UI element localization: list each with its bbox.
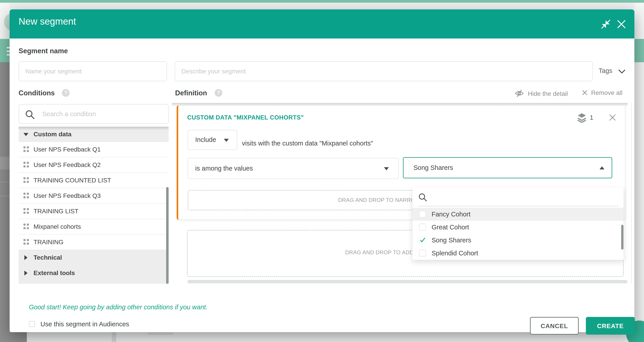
modal-title: New segment bbox=[18, 16, 76, 27]
background-sidebar-bottom bbox=[0, 332, 27, 342]
segment-name-input[interactable] bbox=[18, 61, 167, 81]
condition-sentence: visits with the custom data "Mixpanel co… bbox=[242, 140, 373, 147]
definition-hscrollbar[interactable] bbox=[188, 280, 628, 283]
background-scroll-tab bbox=[148, 332, 173, 335]
caret-up-icon bbox=[600, 166, 604, 169]
drag-handle-icon[interactable] bbox=[24, 146, 29, 152]
condition-group-technical[interactable]: Technical bbox=[18, 250, 168, 265]
value-search-input[interactable] bbox=[431, 191, 588, 203]
checkbox[interactable] bbox=[419, 250, 426, 256]
dropdown-option[interactable]: Fancy Cohort bbox=[412, 208, 624, 221]
drag-handle-icon[interactable] bbox=[24, 208, 29, 214]
minimize-icon[interactable] bbox=[601, 20, 610, 29]
remove-all-label: Remove all bbox=[591, 89, 622, 96]
definition-heading: Definition bbox=[175, 89, 207, 97]
definition-help-icon[interactable]: ? bbox=[215, 89, 222, 97]
sidebar-separator bbox=[0, 182, 10, 182]
check-icon bbox=[420, 237, 426, 243]
conditions-scrollbar[interactable] bbox=[166, 187, 168, 284]
background-panel-bottom bbox=[27, 332, 112, 342]
hint-text: Good start! Keep going by adding other c… bbox=[29, 303, 208, 311]
drag-handle-icon[interactable] bbox=[24, 177, 29, 183]
definition-scroll-track bbox=[631, 103, 632, 284]
cancel-button[interactable]: CANCEL bbox=[530, 317, 579, 334]
dropdown-option[interactable]: Song Sharers bbox=[412, 234, 624, 247]
layers-icon[interactable] bbox=[577, 113, 586, 123]
eye-off-icon bbox=[514, 89, 524, 97]
triangle-collapsed-icon bbox=[24, 271, 28, 275]
background-divider-bottom bbox=[112, 332, 116, 342]
segment-name-label: Segment name bbox=[18, 47, 68, 55]
condition-search bbox=[18, 104, 168, 124]
caret-down-icon bbox=[224, 139, 229, 142]
drag-handle-icon[interactable] bbox=[24, 239, 29, 245]
audiences-checkbox[interactable] bbox=[29, 321, 35, 327]
remove-condition-icon[interactable] bbox=[609, 114, 616, 121]
create-button[interactable]: CREATE bbox=[586, 317, 635, 334]
condition-item[interactable]: User NPS Feedback Q2 bbox=[18, 157, 168, 173]
new-segment-modal: New segment Segment name Tags Conditions… bbox=[10, 10, 634, 332]
drag-handle-icon[interactable] bbox=[24, 224, 29, 229]
hide-detail-button[interactable]: Hide the detail bbox=[514, 89, 568, 97]
modal-header: New segment bbox=[10, 10, 634, 39]
hide-detail-label: Hide the detail bbox=[528, 90, 568, 97]
dropdown-option[interactable]: Splendid Cohort bbox=[412, 247, 624, 260]
tags-dropdown[interactable]: Tags bbox=[598, 67, 626, 75]
condition-item[interactable]: TRAINING bbox=[18, 235, 168, 250]
sidebar-selected-item[interactable] bbox=[0, 157, 10, 169]
drag-handle-icon[interactable] bbox=[24, 162, 29, 168]
condition-item[interactable]: TRAINING COUNTED LIST bbox=[18, 173, 168, 188]
dropdown-option[interactable]: Great Cohort bbox=[412, 221, 624, 234]
background-nav-band-right bbox=[634, 39, 644, 62]
remove-all-x-icon bbox=[582, 90, 588, 96]
operator-select[interactable]: is among the values bbox=[188, 158, 399, 179]
value-dropdown-panel: Fancy Cohort Great Cohort Song Sharers S… bbox=[412, 188, 624, 260]
condition-group-external-tools[interactable]: External tools bbox=[18, 265, 168, 284]
search-icon bbox=[418, 193, 428, 202]
condition-item[interactable]: User NPS Feedback Q1 bbox=[18, 142, 168, 157]
search-icon bbox=[25, 109, 35, 120]
triangle-collapsed-icon bbox=[24, 255, 28, 260]
background-sidebar bbox=[0, 62, 10, 342]
tags-label: Tags bbox=[598, 67, 612, 74]
conditions-list: Custom data User NPS Feedback Q1 User NP… bbox=[18, 127, 168, 284]
include-select[interactable]: Include bbox=[188, 130, 237, 150]
search-underline bbox=[418, 206, 618, 206]
audiences-label: Use this segment in Audiences bbox=[40, 320, 129, 328]
sidebar-separator bbox=[0, 196, 10, 196]
remove-all-button[interactable]: Remove all bbox=[582, 89, 622, 97]
conditions-help-icon[interactable]: ? bbox=[62, 89, 70, 97]
segment-description-input[interactable] bbox=[175, 61, 593, 81]
condition-card-title: CUSTOM DATA "MIXPANEL COHORTS" bbox=[187, 114, 304, 121]
dropdown-scrollbar[interactable] bbox=[621, 225, 624, 250]
value-select-value: Song Sharers bbox=[414, 164, 453, 171]
layer-count: 1 bbox=[590, 114, 594, 121]
condition-item[interactable]: Mixpanel cohorts bbox=[18, 219, 168, 235]
drag-handle-icon[interactable] bbox=[24, 193, 29, 199]
checkbox[interactable] bbox=[419, 224, 426, 230]
condition-item[interactable]: TRAINING LIST bbox=[18, 204, 168, 219]
close-icon[interactable] bbox=[617, 20, 626, 29]
background-topbar bbox=[0, 0, 644, 3]
triangle-expanded-icon bbox=[24, 133, 28, 136]
value-select[interactable]: Song Sharers bbox=[403, 157, 612, 178]
background-content-right bbox=[634, 62, 644, 342]
chevron-down-icon bbox=[618, 69, 626, 74]
condition-item[interactable]: User NPS Feedback Q3 bbox=[18, 188, 168, 204]
include-select-value: Include bbox=[195, 136, 216, 143]
condition-search-input[interactable] bbox=[42, 106, 165, 122]
operator-select-value: is among the values bbox=[195, 165, 253, 172]
checkbox[interactable] bbox=[419, 211, 426, 218]
conditions-heading: Conditions bbox=[18, 89, 55, 97]
list-scroll-shadow bbox=[18, 127, 168, 130]
background-header-right bbox=[634, 3, 644, 39]
caret-down-icon bbox=[384, 167, 389, 170]
